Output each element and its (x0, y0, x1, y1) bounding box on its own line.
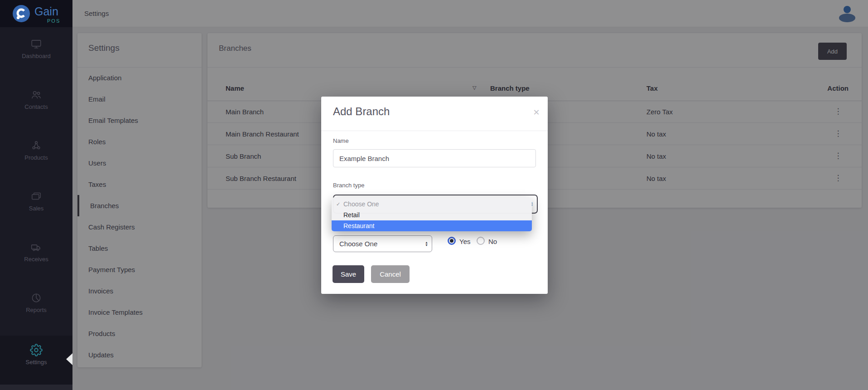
brand-sub: POS (47, 18, 60, 24)
radio-no[interactable] (477, 237, 485, 245)
dropdown-option-retail[interactable]: Retail (332, 210, 532, 220)
products-icon (30, 140, 42, 151)
branch-name-input[interactable] (333, 149, 536, 167)
dropdown-option-label: Retail (343, 211, 360, 219)
gear-icon (30, 344, 43, 356)
sidebar-item-receives[interactable]: Receives (0, 241, 72, 268)
dropdown-option-restaurant[interactable]: Restaurant (332, 220, 532, 231)
dropdown-option-label: Restaurant (343, 222, 374, 229)
check-icon: ✓ (336, 201, 343, 207)
sidebar-item-contacts[interactable]: Contacts (0, 89, 72, 115)
close-icon[interactable]: ✕ (530, 107, 542, 118)
dropdown-option-label: Choose One (343, 200, 379, 208)
sidebar-bottom-strip (0, 385, 72, 390)
sidebar-item-label: Reports (26, 307, 47, 313)
sidebar-item-label: Dashboard (22, 53, 51, 59)
sidebar-item-label: Receives (24, 256, 48, 263)
radio-no-label: No (488, 238, 497, 245)
modal-title: Add Branch (333, 105, 390, 118)
sidebar-item-label: Products (24, 154, 48, 161)
reports-icon (30, 292, 42, 304)
radio-yes-label: Yes (459, 238, 470, 245)
gainpos-logo-icon (12, 5, 30, 23)
select-stepper-icon: ▲ ▼ (425, 241, 428, 247)
branch-type-label: Branch type (333, 182, 364, 189)
add-branch-modal: Add Branch ✕ Name Branch type ▲ ▼ ✓ Choo… (321, 97, 548, 294)
sidebar-item-reports[interactable]: Reports (0, 292, 72, 318)
sidebar-item-label: Settings (26, 359, 47, 366)
sidebar-item-settings[interactable]: Settings (0, 336, 72, 385)
receives-icon (30, 241, 42, 253)
cancel-button[interactable]: Cancel (371, 265, 410, 283)
branch-type-dropdown-list: ✓ Choose One Retail Restaurant (332, 197, 532, 231)
sidebar: Gain POS Dashboard Contacts Products (0, 0, 72, 390)
divider (321, 131, 548, 131)
contacts-icon (30, 89, 42, 101)
radio-yes[interactable] (448, 237, 456, 245)
dashboard-icon (30, 38, 42, 50)
stepper-down-icon: ▼ (425, 244, 428, 247)
name-field-label: Name (333, 137, 349, 144)
sidebar-item-dashboard[interactable]: Dashboard (0, 38, 72, 64)
secondary-select[interactable]: Choose One ▲ ▼ (333, 235, 432, 252)
sidebar-item-label: Contacts (24, 103, 48, 110)
active-section-arrow (66, 353, 72, 365)
sidebar-item-sales[interactable]: Sales (0, 190, 72, 217)
save-button[interactable]: Save (333, 265, 364, 283)
sidebar-item-products[interactable]: Products (0, 140, 72, 166)
dropdown-option-choose-one[interactable]: ✓ Choose One (332, 199, 532, 210)
app-root: Settings Settings Application Email Emai… (0, 0, 868, 390)
sidebar-item-label: Sales (29, 205, 44, 212)
sales-icon (30, 190, 42, 202)
secondary-select-value: Choose One (339, 240, 377, 248)
brand-logo[interactable]: Gain POS (0, 0, 72, 27)
brand-name: Gain (34, 5, 58, 18)
